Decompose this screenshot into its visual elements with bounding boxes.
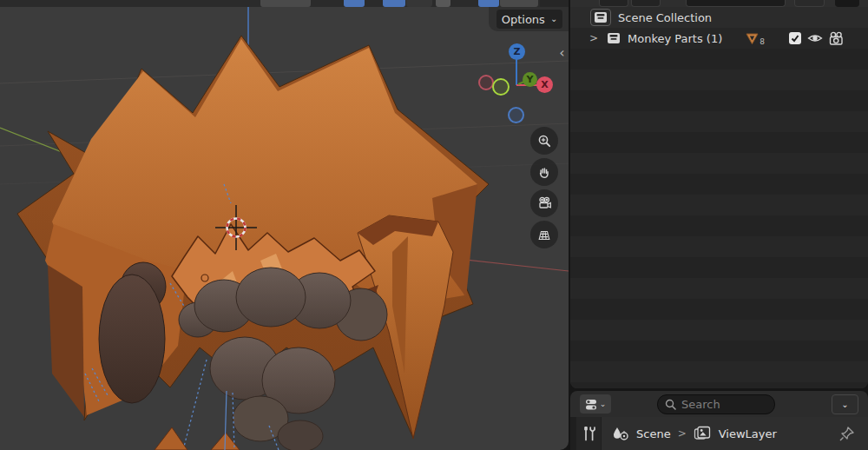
collection-icon (594, 11, 608, 23)
properties-editor-body: Scene > ViewLayer (570, 417, 868, 450)
gizmo-x-axis[interactable]: X (536, 76, 553, 93)
options-dropdown-button[interactable]: Options ⌄ (496, 10, 562, 29)
outliner-header-cutoff (570, 0, 868, 7)
breadcrumb-viewlayer[interactable]: ViewLayer (719, 427, 777, 440)
chevron-down-icon: ⌄ (841, 400, 848, 409)
tab-tool[interactable] (576, 417, 602, 450)
toolbar-button-partial[interactable] (406, 0, 432, 7)
gizmo-minus-y-axis[interactable] (492, 78, 510, 96)
3d-model-monkey (17, 36, 489, 450)
exclude-checkbox[interactable] (789, 32, 801, 44)
viewlayer-icon (694, 426, 712, 441)
outliner-empty-rows[interactable] (570, 49, 868, 388)
properties-editor-header: ⌄ ⌄ (570, 391, 868, 417)
hide-eye-icon[interactable] (807, 32, 823, 44)
toolbar-button-partial[interactable] (344, 0, 365, 7)
header-corner (540, 0, 569, 7)
hand-icon (537, 165, 551, 180)
toolbar-button-partial[interactable] (478, 0, 499, 7)
breadcrumb-scene[interactable]: Scene (636, 427, 671, 440)
toolbar-button-partial[interactable] (436, 0, 450, 7)
movie-camera-icon (537, 196, 552, 210)
breadcrumb: Scene > ViewLayer (612, 417, 777, 450)
breadcrumb-separator-icon: > (678, 427, 687, 440)
blender-window: Options ⌄ ‹ Z Y X (0, 0, 868, 450)
search-field[interactable] (657, 394, 775, 414)
properties-tab-column (570, 417, 576, 450)
outliner-panel: Scene Collection > Monkey Parts (1) 8 (570, 0, 868, 388)
gizmo-z-axis[interactable]: Z (509, 43, 525, 60)
outliner-row-monkey-parts[interactable]: > Monkey Parts (1) 8 (570, 28, 868, 49)
viewport-header-cutoff (0, 0, 569, 7)
properties-editor-icon (585, 398, 598, 411)
mesh-count-badge: 8 (760, 37, 765, 46)
3d-viewport[interactable]: Options ⌄ ‹ Z Y X (0, 0, 569, 450)
header-dropdown-button[interactable]: ⌄ (832, 394, 858, 414)
gizmo-minus-z-axis[interactable] (508, 107, 524, 123)
expand-chevron-icon[interactable]: > (588, 32, 600, 44)
header-widget-partial[interactable] (794, 0, 825, 7)
orthographic-toggle-button[interactable] (530, 221, 558, 248)
header-widget-partial[interactable] (599, 0, 628, 7)
disable-render-camera-icon[interactable] (828, 31, 844, 45)
toolbar-button-partial[interactable] (500, 0, 538, 7)
monkey-parts-label: Monkey Parts (1) (628, 32, 722, 45)
search-icon (665, 399, 676, 410)
collection-icon-active-outline (590, 9, 611, 26)
gizmo-y-axis[interactable]: Y (523, 72, 537, 87)
pin-button[interactable] (836, 424, 857, 445)
outliner-row-scene-collection[interactable]: Scene Collection (570, 7, 868, 28)
filter-button-partial[interactable] (835, 0, 859, 7)
scene-collection-label: Scene Collection (618, 11, 712, 24)
toolbar-button-partial[interactable] (383, 0, 405, 7)
options-label: Options (502, 13, 545, 26)
camera-view-button[interactable] (530, 189, 558, 217)
zoom-icon (537, 134, 552, 149)
pin-icon (837, 425, 856, 444)
chevron-down-icon: ⌄ (600, 400, 607, 408)
scene-icon (612, 426, 629, 441)
mesh-data-icon (745, 31, 760, 46)
search-field-partial[interactable] (686, 0, 786, 7)
navigation-gizmo: Z Y X (476, 35, 562, 130)
editor-type-dropdown[interactable]: ⌄ (580, 394, 611, 414)
grid-perspective-icon (537, 228, 551, 242)
pan-button[interactable] (530, 158, 558, 186)
search-input[interactable] (681, 398, 760, 411)
tool-wrench-icon (582, 425, 596, 442)
toolbar-button-partial[interactable] (260, 0, 311, 7)
collection-icon (607, 32, 621, 44)
header-widget-partial[interactable] (631, 0, 661, 7)
zoom-button[interactable] (530, 127, 558, 155)
check-icon (790, 33, 800, 43)
chevron-down-icon: ⌄ (550, 15, 557, 23)
